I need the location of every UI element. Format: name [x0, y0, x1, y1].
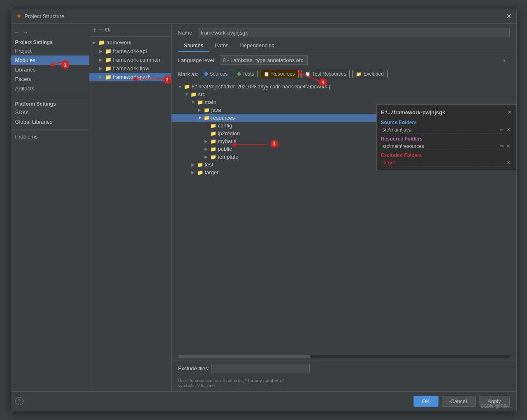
tree-item-framework-common[interactable]: ▶ 📁 framework-common — [89, 55, 171, 64]
test-resources-icon: 📋 — [305, 72, 311, 77]
mark-excluded-button[interactable]: 📁 Excluded — [352, 70, 387, 78]
sources-label: Sources — [209, 71, 228, 77]
resources-label: Resources — [271, 71, 295, 77]
exclude-row: Exclude files: — [172, 360, 516, 376]
main-content: ← → Project Settings Project Modules Lib… — [11, 24, 516, 391]
right-panel: Name: Sources Paths Dependencies Languag… — [172, 24, 516, 391]
mark-test-resources-button[interactable]: 📋 Test Resources — [301, 70, 350, 78]
annotation-1: 1 — [61, 61, 70, 69]
module-name: framework-api — [113, 48, 147, 54]
platform-settings-title: Platform Settings — [11, 99, 89, 108]
sidebar-item-facets[interactable]: Facets — [11, 74, 89, 84]
language-level-wrapper: 8 - Lambdas, type annotations etc. — [220, 55, 509, 65]
collapse-arrow-template[interactable]: ▶ — [204, 155, 209, 159]
sidebar: ← → Project Settings Project Modules Lib… — [11, 24, 89, 391]
mark-tests-button[interactable]: Tests — [234, 70, 258, 78]
sidebar-item-label: Global Libraries — [15, 119, 53, 125]
watermark: CSDN @忆晨... — [481, 403, 512, 409]
file-name-java: java — [211, 107, 221, 113]
float-panel-close-button[interactable]: ✕ — [507, 109, 512, 115]
collapse-arrow-resources[interactable]: ▼ — [198, 115, 202, 120]
sidebar-item-problems[interactable]: Problems — [11, 132, 89, 141]
float-panel-title-row: E:\...\framework-pwjhjsgk ✕ — [381, 108, 512, 117]
tree-item-framework-pwjhjsgk[interactable]: ▶ 📁 framework-pwjh... — [89, 73, 171, 81]
sidebar-item-global-libraries[interactable]: Global Libraries — [11, 117, 89, 127]
project-settings-title: Project Settings — [11, 37, 89, 46]
file-tree-root[interactable]: ▼ 📁 E:\ideaProject\ddxm-2021028-zhyy-cod… — [172, 83, 516, 90]
add-module-button[interactable]: + — [93, 26, 96, 34]
sidebar-item-modules[interactable]: Modules — [11, 55, 89, 65]
language-level-select[interactable]: 8 - Lambdas, type annotations etc. — [220, 55, 308, 65]
file-name-target: target — [205, 169, 218, 175]
sidebar-item-artifacts[interactable]: Artifacts — [11, 84, 89, 93]
collapse-arrow-main[interactable]: ▼ — [191, 100, 195, 104]
sidebar-item-libraries[interactable]: Libraries — [11, 65, 89, 74]
collapse-arrow-test[interactable]: ▶ — [191, 162, 195, 167]
collapse-arrow[interactable]: ▶ — [93, 40, 97, 45]
annotation-4: 4 — [319, 78, 327, 86]
excluded-path: target — [383, 160, 395, 166]
resources-icon: 📋 — [264, 72, 269, 77]
mark-sources-button[interactable]: Sources — [201, 70, 231, 78]
sources-dot — [204, 72, 208, 76]
edit-resource-button[interactable]: ✏ — [500, 143, 504, 149]
mark-resources-button[interactable]: 📋 Resources — [260, 70, 298, 78]
collapse-arrow-root[interactable]: ▼ — [178, 85, 182, 89]
module-name-input[interactable] — [198, 28, 510, 37]
sidebar-item-project[interactable]: Project — [11, 46, 89, 55]
tests-label: Tests — [242, 71, 254, 77]
collapse-arrow-mybatis[interactable]: ▶ — [204, 139, 209, 143]
sidebar-item-label: Problems — [15, 134, 38, 140]
file-name-src: src — [198, 91, 205, 97]
collapse-arrow[interactable]: ▶ — [99, 66, 103, 71]
file-name-main: main — [205, 99, 216, 105]
title-bar-left: ✦ Project Structure — [16, 12, 65, 20]
exclude-input[interactable] — [211, 364, 310, 373]
file-name-ip2region: ip2region — [218, 130, 240, 136]
remove-module-button[interactable]: − — [99, 26, 102, 34]
ok-button[interactable]: OK — [413, 396, 439, 407]
test-resources-label: Test Resources — [312, 71, 346, 77]
bottom-bar: OK Cancel Apply — [11, 391, 516, 411]
sidebar-item-label: Libraries — [15, 67, 36, 73]
scrollbar-thumb — [178, 355, 311, 358]
source-folders-label: Source Folders — [381, 120, 512, 125]
sidebar-item-sdks[interactable]: SDKs — [11, 108, 89, 117]
remove-resource-button[interactable]: ✕ — [506, 143, 511, 149]
exclude-hint: Use ; to separate name patterns, * for a… — [172, 376, 516, 391]
app-icon: ✦ — [16, 12, 21, 20]
file-item-src[interactable]: ▼ 📁 src — [172, 90, 516, 98]
module-name: framework-flow — [113, 65, 149, 72]
module-name: framework-pwjh... — [113, 74, 156, 80]
file-name-test: test — [205, 162, 214, 168]
edit-source-button[interactable]: ✏ — [500, 127, 504, 133]
source-path-buttons: ✏ ✕ — [500, 127, 511, 133]
collapse-arrow-java[interactable]: ▶ — [198, 108, 202, 112]
remove-source-button[interactable]: ✕ — [506, 127, 511, 133]
file-name-public: public — [218, 146, 232, 152]
tab-sources[interactable]: Sources — [178, 40, 209, 52]
horizontal-scrollbar[interactable] — [178, 355, 510, 358]
language-level-row: Language level: 8 - Lambdas, type annota… — [172, 52, 516, 68]
module-name: framework-common — [113, 57, 160, 63]
collapse-arrow[interactable]: ▶ — [99, 49, 103, 53]
back-button[interactable]: ← — [14, 29, 20, 35]
collapse-arrow[interactable]: ▶ — [99, 75, 103, 79]
close-button[interactable]: ✕ — [506, 12, 511, 20]
collapse-arrow-target[interactable]: ▶ — [191, 170, 195, 175]
help-icon[interactable]: ? — [15, 397, 23, 405]
forward-button[interactable]: → — [23, 29, 28, 35]
tab-paths[interactable]: Paths — [209, 40, 234, 52]
file-name-template: template — [218, 154, 239, 160]
tree-item-framework-flow[interactable]: ▶ 📁 framework-flow — [89, 64, 171, 73]
exclude-label: Exclude files: — [178, 365, 210, 372]
collapse-arrow-public[interactable]: ▶ — [204, 147, 209, 151]
tree-item-framework-api[interactable]: ▶ 📁 framework-api — [89, 47, 171, 55]
collapse-arrow[interactable]: ▶ — [99, 58, 103, 62]
tab-dependencies[interactable]: Dependencies — [234, 40, 280, 52]
collapse-arrow-src[interactable]: ▼ — [185, 92, 189, 97]
cancel-button[interactable]: Cancel — [442, 396, 476, 407]
remove-excluded-button[interactable]: ✕ — [506, 159, 511, 166]
copy-module-button[interactable]: ⧉ — [105, 26, 109, 34]
tree-item-framework[interactable]: ▶ 📁 framework — [89, 38, 171, 47]
